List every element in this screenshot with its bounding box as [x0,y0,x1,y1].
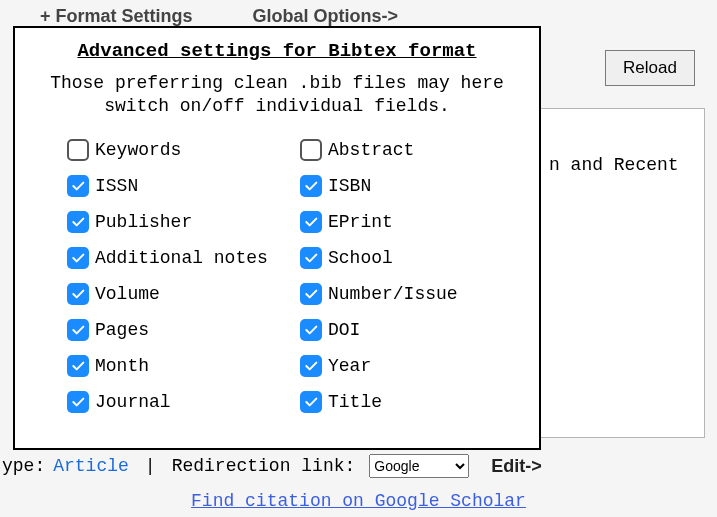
popup-description: Those preferring clean .bib files may he… [25,72,529,117]
field-pages[interactable]: Pages [67,319,290,341]
type-value: Article [53,456,129,476]
field-label: School [328,248,393,268]
field-label: Year [328,356,371,376]
fields-grid: KeywordsAbstractISSNISBNPublisherEPrintA… [19,139,535,413]
field-label: EPrint [328,212,393,232]
field-title[interactable]: Title [300,391,523,413]
edit-button[interactable]: Edit-> [491,456,542,477]
checkbox[interactable] [300,211,322,233]
checkbox[interactable] [67,247,89,269]
redirection-link-label: Redirection link: [172,456,356,476]
background-text-fragment: n and Recent [549,155,696,175]
background-panel: n and Recent [540,108,705,438]
field-eprint[interactable]: EPrint [300,211,523,233]
check-icon [70,178,86,194]
checkbox[interactable] [300,247,322,269]
field-label: Abstract [328,140,414,160]
checkbox[interactable] [300,283,322,305]
global-options-button[interactable]: Global Options-> [253,6,399,27]
check-icon [303,214,319,230]
field-volume[interactable]: Volume [67,283,290,305]
type-label: ype: [2,456,45,476]
check-icon [70,250,86,266]
field-label: Volume [95,284,160,304]
check-icon [303,178,319,194]
field-isbn[interactable]: ISBN [300,175,523,197]
field-label: ISBN [328,176,371,196]
check-icon [70,286,86,302]
checkbox[interactable] [300,175,322,197]
scholar-link-row: Find citation on Google Scholar [0,491,717,511]
field-label: Number/Issue [328,284,458,304]
separator: | [145,456,156,476]
check-icon [70,358,86,374]
check-icon [303,322,319,338]
check-icon [70,394,86,410]
field-label: Journal [95,392,171,412]
field-label: Keywords [95,140,181,160]
field-publisher[interactable]: Publisher [67,211,290,233]
redirection-link-select[interactable]: Google [369,454,469,478]
bottom-bar: ype: Article | Redirection link: Google … [0,451,717,481]
field-number-issue[interactable]: Number/Issue [300,283,523,305]
field-label: Pages [95,320,149,340]
format-settings-button[interactable]: + Format Settings [40,6,193,27]
field-school[interactable]: School [300,247,523,269]
checkbox[interactable] [67,175,89,197]
check-icon [303,358,319,374]
field-month[interactable]: Month [67,355,290,377]
checkbox[interactable] [300,319,322,341]
field-label: Publisher [95,212,192,232]
checkbox[interactable] [67,211,89,233]
field-label: Title [328,392,382,412]
popup-title: Advanced settings for Bibtex format [19,40,535,62]
field-keywords[interactable]: Keywords [67,139,290,161]
field-issn[interactable]: ISSN [67,175,290,197]
check-icon [303,286,319,302]
field-journal[interactable]: Journal [67,391,290,413]
field-additional-notes[interactable]: Additional notes [67,247,290,269]
advanced-settings-popup: Advanced settings for Bibtex format Thos… [13,26,541,450]
check-icon [303,250,319,266]
checkbox[interactable] [67,355,89,377]
find-citation-link[interactable]: Find citation on Google Scholar [191,491,526,511]
field-label: Month [95,356,149,376]
field-abstract[interactable]: Abstract [300,139,523,161]
popup-scroll-area[interactable]: Advanced settings for Bibtex format Thos… [19,32,535,444]
field-label: DOI [328,320,360,340]
checkbox[interactable] [300,139,322,161]
checkbox[interactable] [67,283,89,305]
field-label: ISSN [95,176,138,196]
checkbox[interactable] [300,355,322,377]
check-icon [70,322,86,338]
field-label: Additional notes [95,248,268,268]
checkbox[interactable] [67,319,89,341]
check-icon [70,214,86,230]
field-doi[interactable]: DOI [300,319,523,341]
field-year[interactable]: Year [300,355,523,377]
checkbox[interactable] [67,139,89,161]
reload-button[interactable]: Reload [605,50,695,86]
checkbox[interactable] [67,391,89,413]
check-icon [303,394,319,410]
checkbox[interactable] [300,391,322,413]
